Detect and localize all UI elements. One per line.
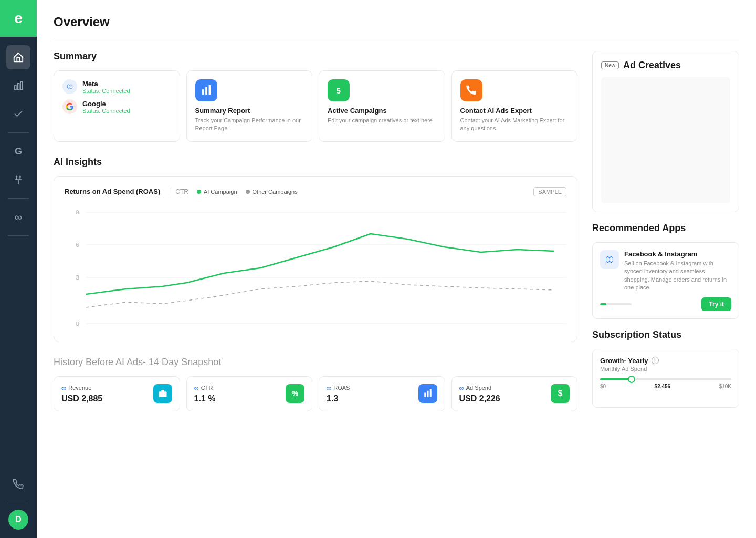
chart-title: Returns on Ad Spend (ROAS) (65, 188, 160, 195)
history-card-adspend[interactable]: ∞ Ad Spend USD 2,226 $ (452, 376, 578, 411)
svg-rect-6 (205, 87, 207, 95)
chart-header-left: Returns on Ad Spend (ROAS) CTR AI Campai… (65, 188, 298, 195)
history-card-revenue[interactable]: ∞ Revenue USD 2,885 (54, 376, 180, 411)
svg-point-3 (16, 176, 17, 177)
slider-thumb[interactable] (628, 376, 635, 383)
report-icon (195, 79, 217, 101)
summary-card-accounts[interactable]: Meta Status: Connected (54, 70, 180, 142)
adspend-label: ∞ Ad Spend (459, 384, 500, 392)
account-google: Google Status: Connected (62, 99, 171, 114)
svg-rect-5 (202, 89, 204, 95)
info-icon[interactable]: i (652, 357, 659, 364)
ad-creatives-content (601, 77, 730, 203)
new-badge: New (601, 61, 619, 69)
sidebar-bottom: D (6, 472, 30, 538)
subscription-section: Subscription Status Growth- Yearly i Mon… (592, 329, 739, 408)
account-meta: Meta Status: Connected (62, 79, 171, 94)
chart-svg: 9 6 3 0 (65, 205, 566, 331)
recommended-apps-section: Recommended Apps Facebook & Instagram Se… (592, 223, 739, 319)
report-card-desc: Track your Campaign Performance in our R… (195, 117, 304, 133)
slider-track (600, 378, 731, 380)
connected-accounts: Meta Status: Connected (62, 79, 171, 114)
svg-rect-7 (208, 85, 211, 95)
svg-rect-2 (20, 82, 22, 90)
chart-header: Returns on Ad Spend (ROAS) CTR AI Campai… (65, 187, 566, 196)
google-name: Google (82, 100, 130, 108)
app-card-header: Facebook & Instagram Sell on Facebook & … (600, 250, 731, 292)
sidebar-item-analytics[interactable] (6, 74, 30, 98)
page-title: Overview (54, 15, 739, 38)
summary-card-contact[interactable]: Contact AI Ads Expert Contact your AI Ad… (452, 70, 578, 142)
summary-card-report[interactable]: Summary Report Track your Campaign Perfo… (186, 70, 313, 142)
sample-badge: SAMPLE (533, 187, 566, 196)
legend-dot-green (197, 190, 201, 194)
sidebar: e G (0, 0, 37, 538)
sidebar-item-integrations[interactable] (6, 168, 30, 192)
app-info: Facebook & Instagram Sell on Facebook & … (624, 250, 731, 292)
sidebar-avatar[interactable]: D (8, 510, 28, 530)
main-content: Overview Summary (37, 0, 756, 538)
meta-account-info: Meta Status: Connected (82, 80, 130, 94)
revenue-info: ∞ Revenue USD 2,885 (61, 384, 102, 404)
legend-ai-label: AI Campaign (204, 189, 237, 195)
recommended-apps-title: Recommended Apps (592, 223, 739, 234)
svg-rect-18 (427, 391, 428, 397)
sidebar-item-home[interactable] (6, 45, 30, 69)
meta-status: Status: Connected (82, 88, 130, 94)
campaigns-card-desc: Edit your campaign creatives or text her… (328, 117, 436, 125)
revenue-label: ∞ Revenue (61, 384, 102, 392)
revenue-value: USD 2,885 (61, 394, 102, 404)
history-title: History Before AI Ads- 14 Day Snapshot (54, 357, 578, 368)
facebook-app-icon (600, 250, 619, 269)
ctr-info: ∞ CTR 1.1 % (194, 384, 216, 404)
report-card-title: Summary Report (195, 107, 304, 115)
ctr-label: ∞ CTR (194, 384, 216, 392)
summary-cards: Meta Status: Connected (54, 70, 578, 142)
google-icon (62, 99, 77, 114)
svg-point-4 (20, 176, 21, 177)
adspend-value: USD 2,226 (459, 394, 500, 404)
history-section: History Before AI Ads- 14 Day Snapshot ∞… (54, 357, 578, 411)
ctr-value: 1.1 % (194, 394, 216, 404)
subscription-plan: Growth- Yearly i (600, 357, 731, 365)
ai-insights-section: AI Insights Returns on Ad Spend (ROAS) C… (54, 157, 578, 342)
ad-creatives-section: New Ad Creatives (592, 51, 739, 212)
chart-subtitle: CTR (169, 188, 188, 195)
svg-rect-17 (424, 393, 426, 397)
ai-insights-title: AI Insights (54, 157, 578, 168)
revenue-icon (153, 384, 172, 403)
subscription-card: Growth- Yearly i Monthly Ad Spend $0 $2,… (592, 349, 739, 408)
roas-icon (418, 384, 437, 403)
sidebar-item-google[interactable]: G (6, 139, 30, 163)
sidebar-item-infinity[interactable]: ∞ (6, 205, 30, 229)
subscription-slider[interactable]: $0 $2,456 $10K (600, 378, 731, 400)
slider-max: $10K (719, 384, 731, 389)
contact-card-title: Contact AI Ads Expert (460, 107, 569, 115)
sidebar-divider-4 (8, 503, 29, 503)
summary-title: Summary (54, 51, 578, 62)
history-card-roas[interactable]: ∞ ROAS 1.3 (319, 376, 445, 411)
svg-rect-19 (429, 389, 431, 397)
google-status: Status: Connected (82, 108, 130, 114)
content-layout: Summary Meta (54, 51, 739, 411)
try-button[interactable]: Try it (701, 297, 731, 311)
summary-card-campaigns[interactable]: 5 Active Campaigns Edit your campaign cr… (319, 70, 445, 142)
svg-rect-0 (15, 86, 16, 90)
sidebar-item-tasks[interactable] (6, 102, 30, 126)
svg-text:6: 6 (76, 242, 80, 249)
legend-other-campaigns: Other Campaigns (246, 189, 298, 195)
subscription-label: Monthly Ad Spend (600, 366, 731, 372)
subscription-title: Subscription Status (592, 329, 739, 340)
sidebar-item-phone[interactable] (6, 472, 30, 496)
slider-fill (600, 378, 632, 380)
logo-letter: e (14, 10, 23, 27)
sidebar-logo[interactable]: e (0, 0, 37, 37)
meta-icon (62, 79, 77, 94)
sidebar-nav: G ∞ (0, 37, 37, 472)
app-rating (600, 303, 632, 305)
app-card-footer: Try it (600, 297, 731, 311)
ad-creatives-title: New Ad Creatives (601, 60, 730, 71)
history-card-ctr[interactable]: ∞ CTR 1.1 % % (186, 376, 313, 411)
roas-label: ∞ ROAS (327, 384, 350, 392)
chart-legend: AI Campaign Other Campaigns (197, 189, 298, 195)
